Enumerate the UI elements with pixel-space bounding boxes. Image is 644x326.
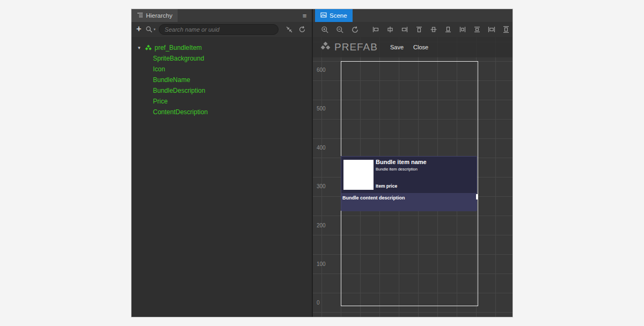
search-input[interactable] bbox=[159, 24, 279, 35]
scene-panel-header: Scene bbox=[313, 9, 513, 22]
align-bottom-icon[interactable] bbox=[442, 26, 455, 33]
tree-node[interactable]: Icon bbox=[131, 64, 312, 75]
align-horizontal-center-icon[interactable] bbox=[384, 26, 397, 33]
scene-canvas[interactable]: 600 500 400 300 200 100 0 Bundle item na… bbox=[313, 37, 513, 317]
icon-sprite bbox=[343, 160, 374, 190]
item-price-text: Item price bbox=[376, 183, 397, 189]
tree-node-root[interactable]: ▾ pref_BundleItem bbox=[131, 42, 312, 53]
bundle-description-text: Bundle item description bbox=[376, 167, 418, 172]
prefab-bar: PREFAB Save Close bbox=[313, 37, 513, 57]
tree-node[interactable]: SpriteBackground bbox=[131, 53, 312, 64]
align-vertical-center-icon[interactable] bbox=[427, 26, 440, 33]
caret-down-icon: ▾ bbox=[153, 27, 156, 32]
tree-node-label: BundleName bbox=[153, 76, 190, 84]
hierarchy-panel: Hierarchy ≡ + ▾ ▾ pref_ bbox=[131, 9, 312, 317]
tab-scene[interactable]: Scene bbox=[315, 9, 353, 22]
hierarchy-tree-icon bbox=[137, 12, 143, 19]
tree-node-label: SpriteBackground bbox=[153, 55, 204, 62]
panel-menu-icon[interactable]: ≡ bbox=[297, 9, 312, 22]
tab-hierarchy[interactable]: Hierarchy bbox=[131, 9, 178, 22]
tab-hierarchy-label: Hierarchy bbox=[146, 12, 172, 19]
distribute-horizontal-icon[interactable] bbox=[456, 26, 469, 33]
search-filter-button[interactable]: ▾ bbox=[144, 26, 158, 33]
close-button[interactable]: Close bbox=[408, 43, 433, 51]
ruler-label: 0 bbox=[317, 300, 320, 306]
save-button[interactable]: Save bbox=[385, 43, 408, 51]
align-right-icon[interactable] bbox=[398, 26, 411, 33]
stretch-horizontal-icon[interactable] bbox=[485, 26, 498, 33]
add-node-button[interactable]: + bbox=[131, 25, 144, 34]
align-top-icon[interactable] bbox=[413, 26, 426, 33]
tree-node-label: Icon bbox=[153, 65, 165, 73]
zoom-in-icon[interactable] bbox=[318, 26, 332, 34]
ruler-label: 600 bbox=[317, 67, 326, 73]
resize-handle[interactable] bbox=[476, 194, 478, 199]
expand-arrow-icon[interactable]: ▾ bbox=[138, 45, 145, 50]
prefab-mode-label: PREFAB bbox=[334, 41, 378, 53]
ruler-label: 200 bbox=[317, 223, 326, 228]
tree-node[interactable]: Price bbox=[131, 96, 312, 107]
prefab-icon bbox=[320, 41, 331, 54]
zoom-out-icon[interactable] bbox=[333, 26, 347, 34]
tree-node[interactable]: BundleName bbox=[131, 75, 312, 85]
scene-toolbar bbox=[313, 22, 513, 37]
hierarchy-toolbar: + ▾ bbox=[131, 22, 312, 37]
tree-node-label: pref_BundleItem bbox=[155, 44, 202, 51]
tab-scene-label: Scene bbox=[330, 12, 347, 19]
tree-node-label: Price bbox=[153, 98, 167, 105]
scene-panel: Scene bbox=[313, 9, 513, 317]
reset-view-icon[interactable] bbox=[348, 26, 362, 34]
tree-node[interactable]: ContentDescription bbox=[131, 107, 312, 117]
hierarchy-tree: ▾ pref_BundleItem SpriteBackground Icon … bbox=[131, 37, 312, 317]
tree-node-label: BundleDescription bbox=[153, 87, 205, 94]
ruler-label: 400 bbox=[317, 145, 326, 151]
hierarchy-panel-header: Hierarchy ≡ bbox=[131, 9, 312, 22]
distribute-vertical-icon[interactable] bbox=[471, 26, 484, 33]
stretch-vertical-icon[interactable] bbox=[500, 26, 513, 33]
editor-window: Hierarchy ≡ + ▾ ▾ pref_ bbox=[131, 9, 513, 317]
tree-node[interactable]: BundleDescription bbox=[131, 85, 312, 96]
prefab-icon bbox=[145, 45, 152, 51]
refresh-icon[interactable] bbox=[296, 26, 309, 33]
align-left-icon[interactable] bbox=[369, 26, 382, 33]
scene-image-icon bbox=[320, 12, 327, 19]
ruler-label: 300 bbox=[317, 183, 326, 189]
search-icon bbox=[145, 26, 153, 33]
bundle-name-text: Bundle item name bbox=[376, 159, 427, 165]
content-description-block: Bundle content description bbox=[341, 193, 477, 211]
collapse-all-icon[interactable] bbox=[283, 26, 296, 33]
tree-node-label: ContentDescription bbox=[153, 108, 208, 116]
bundle-item-block: Bundle item name Bundle item description… bbox=[341, 157, 477, 193]
selected-node-preview[interactable]: Bundle item name Bundle item description… bbox=[341, 156, 477, 211]
ruler-label: 100 bbox=[317, 261, 326, 267]
ruler-label: 500 bbox=[317, 106, 326, 112]
content-description-text: Bundle content description bbox=[342, 195, 477, 201]
